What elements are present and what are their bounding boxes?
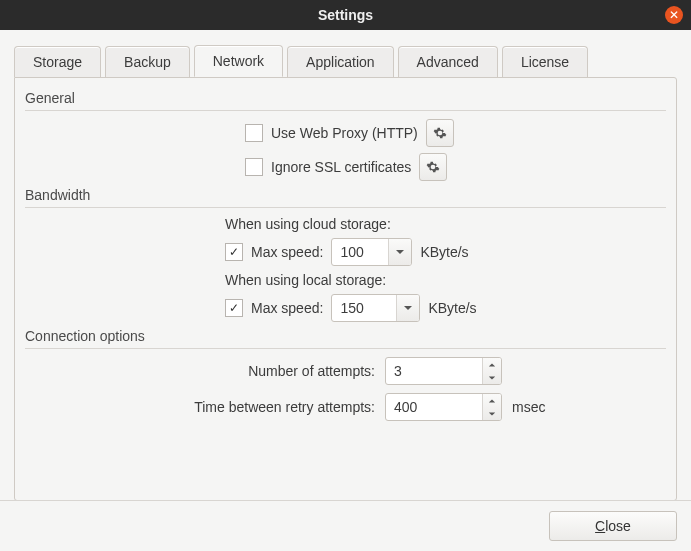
label-retry-unit: msec xyxy=(512,399,545,415)
tab-label: Storage xyxy=(33,54,82,70)
chevron-down-icon xyxy=(483,407,501,420)
row-retry: Time between retry attempts: 400 msec xyxy=(25,393,666,421)
dropdown-value: 100 xyxy=(332,239,388,265)
tab-label: Network xyxy=(213,53,264,69)
dropdown-local-speed[interactable]: 150 xyxy=(331,294,420,322)
tab-network[interactable]: Network xyxy=(194,45,283,77)
chevron-down-icon xyxy=(483,371,501,384)
tab-license[interactable]: License xyxy=(502,46,588,77)
spinner-buttons[interactable] xyxy=(482,358,501,384)
row-local-heading: When using local storage: xyxy=(25,272,666,288)
section-separator xyxy=(25,207,666,208)
tab-application[interactable]: Application xyxy=(287,46,394,77)
gear-proxy-settings[interactable] xyxy=(426,119,454,147)
label-ignore-ssl: Ignore SSL certificates xyxy=(271,159,411,175)
tab-label: Backup xyxy=(124,54,171,70)
section-separator xyxy=(25,348,666,349)
tab-strip: Storage Backup Network Application Advan… xyxy=(14,44,677,77)
row-use-proxy: Use Web Proxy (HTTP) xyxy=(25,119,666,147)
label-local-heading: When using local storage: xyxy=(225,272,386,288)
content-area: Storage Backup Network Application Advan… xyxy=(0,30,691,501)
dropdown-cloud-speed[interactable]: 100 xyxy=(331,238,412,266)
spinner-buttons[interactable] xyxy=(482,394,501,420)
tab-label: Application xyxy=(306,54,375,70)
gear-ssl-settings[interactable] xyxy=(419,153,447,181)
spinner-retry[interactable]: 400 xyxy=(385,393,502,421)
checkbox-use-proxy[interactable] xyxy=(245,124,263,142)
tab-panel-network: General Use Web Proxy (HTTP) Ignore SSL … xyxy=(14,77,677,501)
tab-label: License xyxy=(521,54,569,70)
chevron-up-icon xyxy=(483,358,501,371)
close-button[interactable]: Close xyxy=(549,511,677,541)
close-icon[interactable]: ✕ xyxy=(665,6,683,24)
checkbox-ignore-ssl[interactable] xyxy=(245,158,263,176)
button-bar: Close xyxy=(0,500,691,551)
section-heading-general: General xyxy=(25,90,666,106)
tab-label: Advanced xyxy=(417,54,479,70)
gear-icon xyxy=(426,160,440,174)
tab-backup[interactable]: Backup xyxy=(105,46,190,77)
chevron-down-icon xyxy=(388,239,411,265)
gear-icon xyxy=(433,126,447,140)
section-heading-bandwidth: Bandwidth xyxy=(25,187,666,203)
tab-advanced[interactable]: Advanced xyxy=(398,46,498,77)
title-bar: Settings ✕ xyxy=(0,0,691,30)
label-use-proxy: Use Web Proxy (HTTP) xyxy=(271,125,418,141)
checkbox-local-maxspeed[interactable]: ✓ xyxy=(225,299,243,317)
checkbox-cloud-maxspeed[interactable]: ✓ xyxy=(225,243,243,261)
tab-storage[interactable]: Storage xyxy=(14,46,101,77)
row-cloud-heading: When using cloud storage: xyxy=(25,216,666,232)
row-attempts: Number of attempts: 3 xyxy=(25,357,666,385)
spinner-value: 3 xyxy=(386,358,482,384)
window-title: Settings xyxy=(318,7,373,23)
section-separator xyxy=(25,110,666,111)
label-maxspeed: Max speed: xyxy=(251,300,323,316)
label-attempts: Number of attempts: xyxy=(25,363,375,379)
section-heading-connection: Connection options xyxy=(25,328,666,344)
row-ignore-ssl: Ignore SSL certificates xyxy=(25,153,666,181)
spinner-value: 400 xyxy=(386,394,482,420)
chevron-down-icon xyxy=(396,295,419,321)
dropdown-value: 150 xyxy=(332,295,396,321)
close-button-label: Close xyxy=(595,518,631,534)
label-unit: KByte/s xyxy=(420,244,468,260)
label-maxspeed: Max speed: xyxy=(251,244,323,260)
row-cloud-speed: ✓ Max speed: 100 KByte/s xyxy=(25,238,666,266)
label-cloud-heading: When using cloud storage: xyxy=(225,216,391,232)
row-local-speed: ✓ Max speed: 150 KByte/s xyxy=(25,294,666,322)
chevron-up-icon xyxy=(483,394,501,407)
label-retry: Time between retry attempts: xyxy=(25,399,375,415)
spinner-attempts[interactable]: 3 xyxy=(385,357,502,385)
label-unit: KByte/s xyxy=(428,300,476,316)
